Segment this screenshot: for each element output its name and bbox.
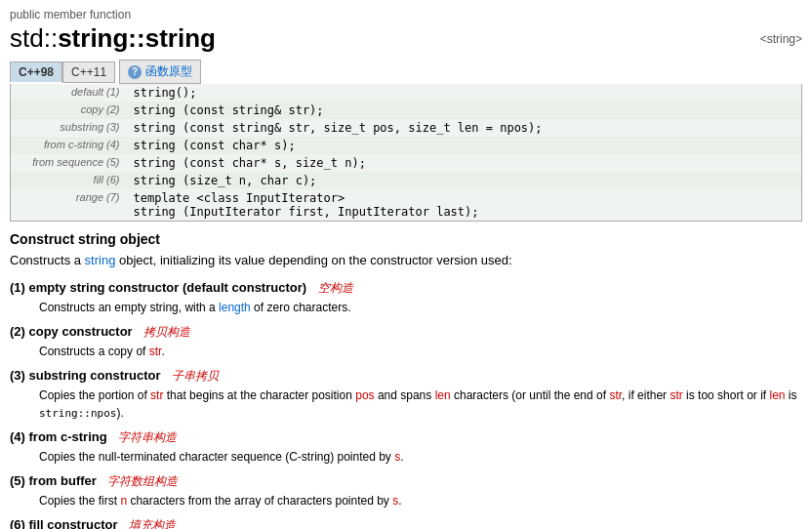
constructor-2: (2) copy constructor 拷贝构造 Constructs a c… [10,324,802,360]
cn-tag-1: 空构造 [318,281,353,295]
cn-tag-3: 子串拷贝 [172,369,219,383]
table-row: substring (3) string (const string& str,… [11,119,802,137]
code-table: default (1) string(); copy (2) string (c… [10,84,802,222]
row-label-fill: fill (6) [11,172,128,189]
row-label-substring: substring (3) [11,119,128,137]
constructor-6: (6) fill constructor 填充构造 Fills the stri… [10,517,802,529]
row-code-copy: string (const string& str); [128,102,802,119]
constructor-3: (3) substring constructor 子串拷贝 Copies th… [10,368,802,423]
table-row: default (1) string(); [11,84,802,102]
table-row: fill (6) string (size_t n, char c); [11,172,802,189]
constructor-1: (1) empty string constructor (default co… [10,280,802,316]
constructor-1-header: (1) empty string constructor (default co… [10,280,802,297]
table-row: copy (2) string (const string& str); [11,102,802,119]
row-code-substring: string (const string& str, size_t pos, s… [128,119,802,137]
row-label-range: range (7) [11,189,128,222]
constructor-4-body: Copies the null-terminated character seq… [39,448,802,466]
table-row: from sequence (5) string (const char* s,… [11,154,802,172]
constructor-5-body: Copies the first n characters from the a… [39,492,802,509]
constructor-4: (4) from c-string 字符串构造 Copies the null-… [10,429,802,466]
page-title: std::string::string [10,23,216,54]
table-row: range (7) template <class InputIterator>… [11,189,802,222]
section-title: Construct string object [10,231,802,247]
cn-tag-2: 拷贝构造 [143,325,190,339]
cn-tag-5: 字符数组构造 [107,474,178,488]
row-code-default: string(); [128,84,802,102]
constructor-5: (5) from buffer 字符数组构造 Copies the first … [10,473,802,509]
table-row: from c-string (4) string (const char* s)… [11,137,802,154]
tab-cpp98[interactable]: C++98 [10,61,62,82]
row-label-copy: copy (2) [11,102,128,119]
constructor-2-body: Constructs a copy of str. [39,343,802,360]
row-code-fill: string (size_t n, char c); [128,172,802,189]
constructor-5-header: (5) from buffer 字符数组构造 [10,473,802,490]
help-icon: ? [128,65,142,79]
cn-tag-4: 字符串构造 [118,430,177,444]
constructor-4-header: (4) from c-string 字符串构造 [10,429,802,446]
constructor-6-header: (6) fill constructor 填充构造 [10,517,802,529]
row-label-default: default (1) [11,84,128,102]
constructor-2-header: (2) copy constructor 拷贝构造 [10,324,802,341]
proto-label: 函数原型 [145,63,192,80]
row-code-sequence: string (const char* s, size_t n); [128,154,802,172]
section-intro: Constructs a string object, initializing… [10,251,802,270]
row-code-cstring: string (const char* s); [128,137,802,154]
row-label-sequence: from sequence (5) [11,154,128,172]
constructor-1-body: Constructs an empty string, with a lengt… [39,299,802,316]
tab-cpp11[interactable]: C++11 [62,61,115,83]
public-member-label: public member function [10,8,802,21]
constructor-3-header: (3) substring constructor 子串拷贝 [10,368,802,385]
row-label-cstring: from c-string (4) [11,137,128,154]
row-code-range: template <class InputIterator> string (I… [128,189,802,222]
string-tag: <string> [760,32,802,46]
namespace-prefix: std:: [10,23,58,53]
cn-tag-6: 填充构造 [129,518,176,529]
tabs-container: C++98 C++11 ? 函数原型 [10,60,802,84]
constructor-3-body: Copies the portion of str that begins at… [39,387,802,423]
tab-proto[interactable]: ? 函数原型 [119,60,201,84]
